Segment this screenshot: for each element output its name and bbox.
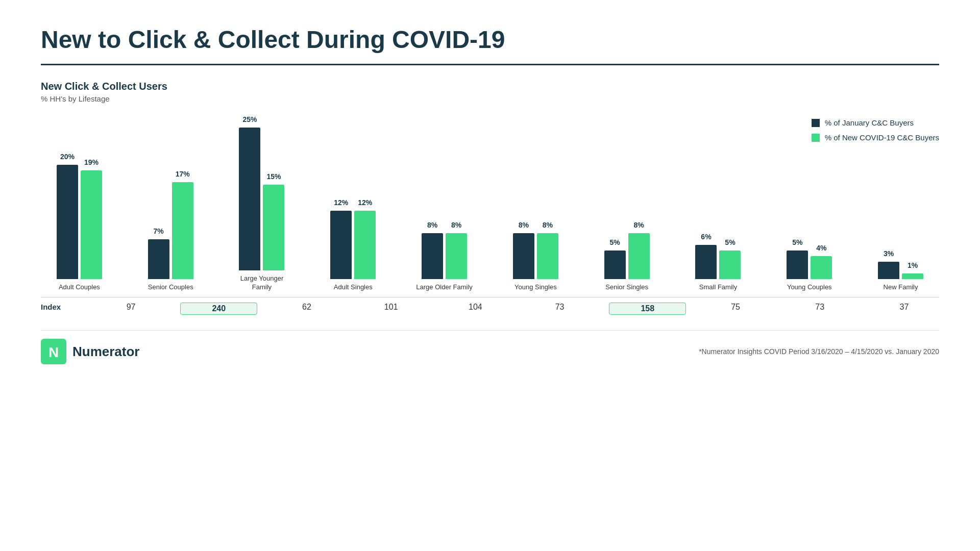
legend-item-1: % of New COVID-19 C&C Buyers (812, 133, 939, 142)
legend-box-dark (812, 119, 820, 127)
group-label-9: New Family (884, 283, 918, 292)
legend-label-0: % of January C&C Buyers (825, 118, 914, 127)
index-val-4: 104 (440, 303, 510, 315)
bar-dark-label-4: 8% (427, 221, 437, 229)
group-label-5: Young Singles (514, 283, 557, 292)
group-label-2: Large Younger Family (231, 274, 292, 292)
bar-green-label-6: 8% (634, 221, 644, 229)
bar-group-0: 20%19%Adult Couples (41, 126, 118, 292)
bar-dark-label-2: 25% (242, 115, 257, 123)
index-val-2: 62 (272, 303, 341, 315)
bar-green-0: 19% (81, 170, 102, 279)
group-label-6: Senior Singles (605, 283, 648, 292)
bar-green-4: 8% (446, 233, 467, 279)
index-val-0: 97 (96, 303, 166, 315)
bar-green-1: 17% (172, 182, 193, 279)
bar-pair-2: 25%15% (239, 117, 284, 270)
group-label-3: Adult Singles (334, 283, 373, 292)
bar-dark-label-8: 5% (792, 238, 802, 246)
bar-pair-5: 8%8% (513, 126, 558, 279)
bar-dark-5: 8% (513, 233, 534, 279)
bar-green-7: 5% (719, 251, 741, 279)
bar-pair-8: 5%4% (787, 126, 832, 279)
bar-group-3: 12%12%Adult Singles (314, 126, 391, 292)
bar-green-6: 8% (628, 233, 650, 279)
logo-area: N Numerator (41, 339, 139, 364)
bar-dark-label-5: 8% (519, 221, 529, 229)
bar-green-9: 1% (902, 273, 923, 279)
bar-green-label-0: 19% (84, 158, 99, 166)
bar-group-2: 25%15%Large Younger Family (224, 117, 301, 292)
bar-dark-2: 25% (239, 128, 260, 270)
bar-pair-9: 3%1% (878, 126, 923, 279)
bar-group-9: 3%1%New Family (862, 126, 939, 292)
index-label: Index (41, 303, 82, 315)
group-label-4: Large Older Family (416, 283, 473, 292)
bar-green-label-7: 5% (725, 238, 735, 246)
bar-dark-9: 3% (878, 262, 899, 279)
chart-area: 20%19%Adult Couples7%17%Senior Couples25… (41, 118, 939, 292)
index-section: Index 972406210110473158757337 (41, 297, 939, 315)
footer: N Numerator *Numerator Insights COVID Pe… (41, 330, 939, 364)
bar-dark-1: 7% (148, 239, 169, 279)
legend-label-1: % of New COVID-19 C&C Buyers (825, 133, 939, 142)
chart-title: New Click & Collect Users (41, 81, 939, 92)
logo-text: Numerator (72, 344, 139, 360)
divider (41, 64, 939, 65)
bar-dark-label-6: 5% (610, 238, 620, 246)
bar-green-8: 4% (811, 256, 832, 279)
bar-dark-3: 12% (330, 211, 352, 279)
chart-section: New Click & Collect Users % HH's by Life… (41, 81, 939, 315)
index-val-7: 75 (700, 303, 770, 315)
legend-box-green (812, 134, 820, 142)
bar-dark-label-0: 20% (60, 153, 75, 161)
bar-group-5: 8%8%Young Singles (497, 126, 574, 292)
bar-pair-1: 7%17% (148, 126, 193, 279)
bar-dark-4: 8% (422, 233, 443, 279)
group-label-8: Young Couples (787, 283, 832, 292)
bar-group-4: 8%8%Large Older Family (406, 126, 483, 292)
bar-dark-8: 5% (787, 251, 808, 279)
bar-dark-label-7: 6% (701, 233, 711, 241)
bar-pair-7: 6%5% (695, 126, 741, 279)
bar-green-label-1: 17% (176, 170, 190, 178)
page-title: New to Click & Collect During COVID-19 (41, 26, 939, 54)
footer-note: *Numerator Insights COVID Period 3/16/20… (699, 347, 939, 356)
bar-green-label-2: 15% (266, 172, 281, 181)
bar-pair-0: 20%19% (57, 126, 102, 279)
legend: % of January C&C Buyers% of New COVID-19… (812, 118, 939, 142)
bars-container: 20%19%Adult Couples7%17%Senior Couples25… (41, 118, 939, 292)
bar-green-2: 15% (263, 185, 284, 270)
bar-dark-0: 20% (57, 165, 78, 279)
index-val-5: 73 (525, 303, 595, 315)
bar-green-label-4: 8% (451, 221, 461, 229)
bar-pair-4: 8%8% (422, 126, 467, 279)
bar-dark-label-9: 3% (884, 249, 894, 258)
bar-dark-7: 6% (695, 245, 717, 279)
bar-green-3: 12% (354, 211, 376, 279)
index-val-9: 37 (869, 303, 939, 315)
bar-group-6: 5%8%Senior Singles (589, 126, 666, 292)
svg-text:N: N (48, 344, 59, 360)
index-val-3: 101 (356, 303, 426, 315)
numerator-logo-icon: N (41, 339, 66, 364)
bar-group-7: 6%5%Small Family (680, 126, 757, 292)
index-val-8: 73 (785, 303, 855, 315)
index-val-6: 158 (609, 303, 686, 315)
legend-item-0: % of January C&C Buyers (812, 118, 939, 127)
bar-green-label-9: 1% (908, 261, 918, 269)
bar-green-label-8: 4% (816, 244, 826, 252)
bar-group-1: 7%17%Senior Couples (132, 126, 209, 292)
group-label-0: Adult Couples (59, 283, 100, 292)
bar-green-label-5: 8% (543, 221, 553, 229)
bar-group-8: 5%4%Young Couples (771, 126, 848, 292)
group-label-7: Small Family (699, 283, 737, 292)
bar-dark-label-1: 7% (154, 227, 164, 235)
bar-pair-3: 12%12% (330, 126, 376, 279)
bar-dark-6: 5% (604, 251, 626, 279)
group-label-1: Senior Couples (148, 283, 193, 292)
index-val-1: 240 (180, 303, 257, 315)
bar-pair-6: 5%8% (604, 126, 650, 279)
bar-green-5: 8% (537, 233, 558, 279)
chart-subtitle: % HH's by Lifestage (41, 94, 939, 103)
